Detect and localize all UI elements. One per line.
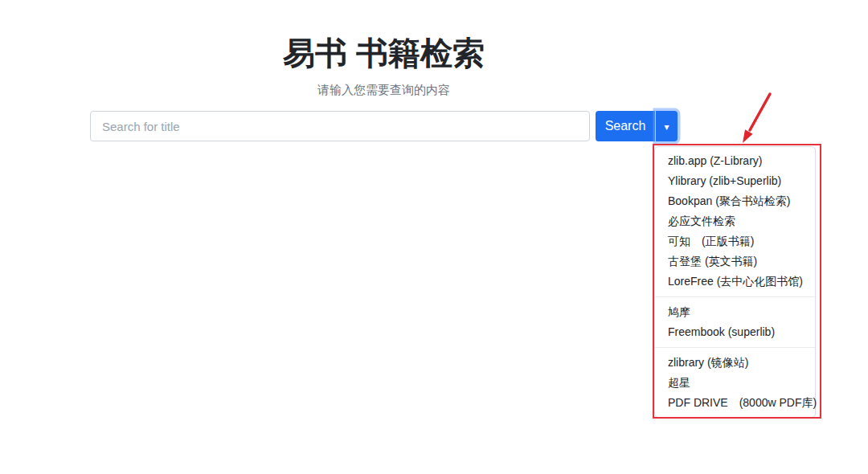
menu-item-freembook[interactable]: Freembook (superlib) xyxy=(655,322,815,342)
menu-item-bookpan[interactable]: Bookpan (聚合书站检索) xyxy=(655,191,815,211)
search-input[interactable] xyxy=(90,111,590,141)
menu-item-ylibrary[interactable]: Ylibrary (zlib+Superlib) xyxy=(655,171,815,191)
menu-item-zlib-app[interactable]: zlib.app (Z-Library) xyxy=(655,151,815,171)
main-container: 易书 书籍检索 请输入您需要查询的内容 Search ▾ xyxy=(90,0,678,141)
menu-divider xyxy=(655,296,815,297)
menu-divider xyxy=(655,347,815,348)
search-button-group: Search ▾ xyxy=(596,111,678,141)
search-bar: Search ▾ xyxy=(90,111,678,141)
menu-item-pdf-drive[interactable]: PDF DRIVE (8000w PDF库) xyxy=(655,393,815,413)
caret-down-icon: ▾ xyxy=(664,121,669,133)
menu-item-kezhi[interactable]: 可知 (正版书籍) xyxy=(655,231,815,251)
page-subtitle: 请输入您需要查询的内容 xyxy=(90,81,678,99)
menu-item-zlibrary-mirror[interactable]: zlibrary (镜像站) xyxy=(655,353,815,373)
page-title: 易书 书籍检索 xyxy=(90,34,678,72)
menu-item-bing-file[interactable]: 必应文件检索 xyxy=(655,211,815,231)
menu-item-chaoxing[interactable]: 超星 xyxy=(655,373,815,393)
dropdown-toggle-button[interactable]: ▾ xyxy=(656,111,678,141)
annotation-arrow-icon xyxy=(723,80,792,149)
menu-item-jiumo[interactable]: 鸠摩 xyxy=(655,302,815,322)
source-dropdown-menu: zlib.app (Z-Library) Ylibrary (zlib+Supe… xyxy=(654,146,816,418)
menu-item-gutenberg[interactable]: 古登堡 (英文书籍) xyxy=(655,251,815,272)
menu-item-lorefree[interactable]: LoreFree (去中心化图书馆) xyxy=(655,272,815,292)
search-button[interactable]: Search xyxy=(596,111,655,141)
